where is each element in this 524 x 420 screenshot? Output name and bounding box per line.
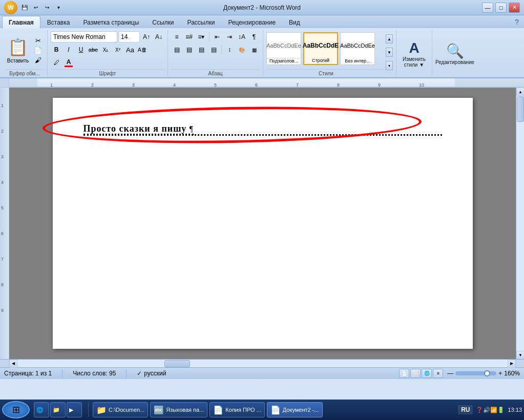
- font-color-button[interactable]: A: [63, 57, 74, 68]
- maximize-button[interactable]: □: [495, 3, 507, 13]
- text-highlight-button[interactable]: 🖊: [51, 57, 62, 68]
- shrink-font-button[interactable]: A↓: [153, 31, 164, 43]
- numbering-button[interactable]: ≡#: [183, 31, 195, 43]
- group-styles: AaBbCcDdEe Подзаголов... AaBbCcDdE Строг…: [263, 30, 396, 77]
- scroll-right-button[interactable]: ▶: [508, 360, 516, 368]
- align-center-button[interactable]: ▤: [183, 44, 195, 55]
- page-info: Страница: 1 из 1: [4, 370, 52, 377]
- lang-indicator[interactable]: RU: [458, 405, 473, 414]
- scrollbar-horizontal[interactable]: ◀ ▶: [9, 359, 516, 367]
- status-sep-2: [126, 369, 127, 377]
- spell-check[interactable]: ✓ русский: [137, 370, 166, 377]
- style-no-spacing[interactable]: AaBbCcDdEe Без интер...: [340, 32, 375, 65]
- help-button[interactable]: ?: [512, 17, 522, 27]
- change-styles-button[interactable]: A Изменитьстили ▼: [403, 40, 426, 68]
- line-spacing-button[interactable]: ↕: [224, 44, 235, 55]
- scroll-thumb-vertical[interactable]: [517, 96, 524, 122]
- change-case-button[interactable]: Aa: [124, 44, 136, 55]
- paste-button[interactable]: 📋 Вставить: [5, 35, 31, 66]
- cut-button[interactable]: ✂: [32, 36, 44, 45]
- scroll-up-button[interactable]: ▲: [516, 88, 524, 96]
- styles-gallery: AaBbCcDdEe Подзаголов... AaBbCcDdE Строг…: [266, 32, 386, 65]
- taskbar-media[interactable]: ▶: [67, 402, 82, 417]
- customize-quick-btn[interactable]: ▾: [53, 3, 64, 12]
- zoom-level[interactable]: 160%: [504, 370, 520, 377]
- align-right-button[interactable]: ▤: [196, 44, 207, 55]
- edit-button[interactable]: 🔍 Редактирование: [435, 43, 474, 65]
- view-fullscreen-button[interactable]: ⬜: [410, 369, 421, 378]
- tab-references[interactable]: Ссылки: [145, 16, 180, 29]
- styles-scroll-down[interactable]: ▼: [386, 48, 393, 57]
- office-orb[interactable]: W: [4, 1, 17, 14]
- scroll-down-button[interactable]: ▼: [516, 351, 524, 359]
- taskbar-explorer-item[interactable]: 📁 C:\Documen...: [93, 402, 148, 417]
- tab-review[interactable]: Рецензирование: [221, 16, 282, 29]
- view-web-button[interactable]: 🌐: [422, 369, 432, 378]
- zoom-in-button[interactable]: +: [498, 370, 502, 377]
- scroll-track-vertical[interactable]: [516, 96, 524, 351]
- italic-button[interactable]: I: [63, 44, 74, 55]
- ruler-v-8: 8: [1, 282, 4, 287]
- bullets-button[interactable]: ≡: [171, 31, 182, 43]
- redo-quick-btn[interactable]: ↪: [42, 3, 52, 12]
- format-painter-button[interactable]: 🖌: [32, 55, 44, 65]
- increase-indent-button[interactable]: ⇥: [224, 31, 235, 43]
- zoom-thumb[interactable]: [484, 370, 490, 376]
- align-left-button[interactable]: ▤: [171, 44, 182, 55]
- styles-label: Стили: [266, 69, 386, 76]
- copy-button[interactable]: 📄: [32, 46, 44, 55]
- superscript-button[interactable]: X²: [112, 44, 123, 55]
- scrollbar-vertical[interactable]: ▲ ▼: [516, 88, 524, 359]
- undo-quick-btn[interactable]: ↩: [31, 3, 41, 12]
- minimize-button[interactable]: —: [482, 3, 493, 13]
- doc-scroll-area[interactable]: Просто сказки я пишу ¶: [9, 88, 516, 359]
- show-all-button[interactable]: ¶: [248, 31, 260, 43]
- subscript-button[interactable]: X₂: [100, 44, 111, 55]
- borders-button[interactable]: ▦: [248, 44, 260, 55]
- shading-button[interactable]: 🎨: [236, 44, 247, 55]
- ruler: 1 2 3 4 5 6 7 8 9 10: [0, 78, 524, 88]
- clipboard-label: Буфер обм...: [5, 69, 44, 76]
- tab-mailings[interactable]: Рассылки: [181, 16, 222, 29]
- taskbar-word-item[interactable]: 📄 Документ2 -...: [267, 402, 323, 417]
- bold-button[interactable]: B: [51, 44, 62, 55]
- start-button[interactable]: ⊞: [2, 401, 30, 418]
- strikethrough-button[interactable]: abe: [88, 44, 99, 55]
- style-strict[interactable]: AaBbCcDdE Строгий: [303, 32, 338, 65]
- multilevel-button[interactable]: ≡▾: [196, 31, 207, 43]
- status-sep-1: [62, 369, 62, 377]
- taskbar-ie[interactable]: 🌐: [34, 402, 49, 417]
- tab-insert[interactable]: Вставка: [40, 16, 77, 29]
- taskbar-lang-item[interactable]: 🔤 Языковая па...: [150, 402, 207, 417]
- style-no-spacing-label: Без интер...: [345, 58, 370, 64]
- h-scroll-thumb[interactable]: [164, 360, 190, 367]
- view-outline-button[interactable]: ≡: [433, 369, 443, 378]
- font-name-input[interactable]: [51, 31, 117, 43]
- clear-format-button[interactable]: A🗑: [137, 44, 148, 55]
- group-clipboard: 📋 Вставить ✂ 📄 🖌 Буфер обм...: [2, 30, 48, 77]
- tab-home[interactable]: Главная: [2, 16, 40, 29]
- zoom-slider[interactable]: [455, 371, 496, 375]
- sort-button[interactable]: ↕A: [236, 31, 247, 43]
- underline-button[interactable]: U: [75, 44, 87, 55]
- tab-view[interactable]: Вид: [282, 16, 307, 29]
- save-quick-btn[interactable]: 💾: [19, 3, 30, 12]
- style-subheading[interactable]: AaBbCcDdEe Подзаголов...: [266, 32, 301, 65]
- close-button[interactable]: ✕: [509, 3, 520, 13]
- taskbar-explorer[interactable]: 📁: [50, 402, 66, 417]
- document-text[interactable]: Просто сказки я пишу ¶: [83, 123, 194, 135]
- taskbar-copy-item[interactable]: 📄 Копия ПРО ...: [209, 402, 264, 417]
- view-print-button[interactable]: 📄: [399, 369, 409, 378]
- decrease-indent-button[interactable]: ⇤: [212, 31, 223, 43]
- h-scroll-track[interactable]: [17, 360, 508, 367]
- text-container: Просто сказки я пишу ¶: [83, 123, 194, 134]
- font-size-input[interactable]: [118, 31, 140, 43]
- styles-scroll-more[interactable]: ▾: [386, 61, 393, 70]
- justify-button[interactable]: ▤: [208, 44, 219, 55]
- grow-font-button[interactable]: A↑: [141, 31, 152, 43]
- document-page[interactable]: Просто сказки я пишу ¶: [53, 98, 473, 349]
- tab-page-layout[interactable]: Разметка страницы: [76, 16, 145, 29]
- scroll-left-button[interactable]: ◀: [9, 360, 17, 368]
- styles-scroll-up[interactable]: ▲: [386, 34, 393, 44]
- zoom-out-button[interactable]: —: [447, 370, 453, 377]
